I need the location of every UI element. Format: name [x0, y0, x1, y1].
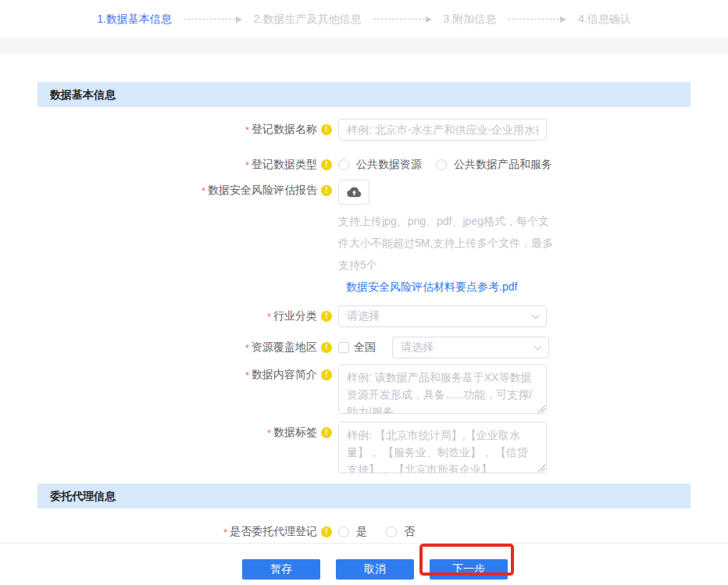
- upload-hint-text: 支持上传jpg、png、pdf、jpeg格式，每个文件大小不能超过5M,支持上传…: [338, 210, 554, 276]
- nationwide-checkbox[interactable]: [338, 342, 349, 353]
- region-label: 资源覆盖地区: [252, 341, 317, 355]
- field-control: 请选择: [338, 305, 547, 327]
- data-registration-page: 1.数据基本信息 2.数据生产及其他信息 3.附加信息 4.信息确认 数据基本信…: [0, 0, 728, 585]
- step-arrow-icon: [373, 16, 432, 23]
- region-control: 全国 请选择: [338, 337, 549, 358]
- required-mark: *: [267, 311, 271, 323]
- radio-label: 否: [404, 525, 415, 539]
- upload-button[interactable]: [338, 180, 369, 205]
- cloud-upload-icon: [347, 187, 362, 198]
- field-row-region: * 资源覆盖地区 ! 全国 请选择: [37, 337, 691, 358]
- info-icon[interactable]: !: [321, 124, 332, 135]
- resize-handle-icon[interactable]: [537, 464, 545, 472]
- required-mark: *: [245, 369, 249, 381]
- field-label-cell: * 是否委托代理登记 !: [37, 521, 332, 543]
- save-draft-button[interactable]: 暂存: [242, 559, 320, 580]
- footer-buttons: 暂存 取消 下一步: [22, 544, 728, 580]
- info-icon[interactable]: !: [321, 427, 332, 438]
- field-row-industry: * 行业分类 ! 请选择: [37, 305, 691, 327]
- info-icon[interactable]: !: [321, 185, 332, 196]
- radio-circle-icon[interactable]: [338, 526, 349, 537]
- basic-info-form: * 登记数据名称 ! * 登记数据类型 ! 公共数据资: [37, 107, 691, 473]
- region-select[interactable]: 请选择: [392, 337, 549, 358]
- field-label-cell: * 登记数据类型 !: [37, 154, 332, 176]
- select-placeholder: 请选择: [401, 341, 434, 355]
- agency-register-radio-group: 是 否: [338, 521, 415, 543]
- section-header-basic-info: 数据基本信息: [37, 82, 691, 107]
- step-arrow-icon: [508, 16, 566, 23]
- info-icon[interactable]: !: [321, 526, 332, 537]
- step-1-basic-info[interactable]: 1.数据基本信息: [97, 12, 172, 27]
- info-icon[interactable]: !: [321, 342, 332, 353]
- next-step-button[interactable]: 下一步: [430, 559, 508, 580]
- radio-circle-icon[interactable]: [338, 159, 349, 170]
- radio-public-data-product[interactable]: 公共数据产品和服务: [436, 158, 552, 172]
- footer-action-bar: 暂存 取消 下一步: [0, 543, 728, 585]
- chevron-down-icon: [534, 342, 542, 350]
- step-2-production-info[interactable]: 2.数据生产及其他信息: [254, 12, 362, 27]
- data-type-radio-group: 公共数据资源 公共数据产品和服务: [338, 154, 552, 176]
- radio-agency-yes[interactable]: 是: [338, 525, 367, 539]
- header-divider-band: [0, 38, 728, 53]
- field-control: [338, 422, 547, 473]
- field-row-risk-report: * 数据安全风险评估报告 ! 支持上传jpg、png、pdf、jpeg格式，每个…: [37, 180, 691, 298]
- select-placeholder: 请选择: [347, 309, 380, 323]
- summary-textarea[interactable]: [338, 364, 547, 414]
- section-header-agency-info: 委托代理信息: [37, 483, 691, 508]
- required-mark: *: [245, 159, 249, 171]
- cancel-button[interactable]: 取消: [336, 559, 414, 580]
- info-icon[interactable]: !: [321, 159, 332, 170]
- chevron-down-icon: [532, 311, 540, 319]
- field-control: [338, 119, 547, 141]
- field-control: 支持上传jpg、png、pdf、jpeg格式，每个文件大小不能超过5M,支持上传…: [338, 180, 554, 298]
- tags-label: 数据标签: [273, 426, 317, 440]
- field-row-data-type: * 登记数据类型 ! 公共数据资源 公共数据产品和服务: [37, 154, 691, 176]
- required-mark: *: [267, 427, 271, 439]
- risk-report-label: 数据安全风险评估报告: [208, 184, 317, 198]
- data-name-input[interactable]: [338, 119, 547, 141]
- step-3-additional-info[interactable]: 3.附加信息: [444, 12, 497, 27]
- resize-handle-icon[interactable]: [537, 405, 545, 412]
- data-name-label: 登记数据名称: [252, 123, 317, 137]
- field-label-cell: * 数据标签 !: [37, 422, 332, 444]
- step-4-confirm-info[interactable]: 4.信息确认: [578, 12, 631, 27]
- radio-agency-no[interactable]: 否: [386, 525, 415, 539]
- form-content: 数据基本信息 * 登记数据名称 ! * 登记数据类型 !: [37, 82, 691, 543]
- required-mark: *: [245, 342, 249, 354]
- next-button-wrapper: 下一步: [430, 559, 508, 580]
- data-type-label: 登记数据类型: [252, 158, 317, 172]
- step-arrow-icon: [184, 16, 242, 23]
- radio-circle-icon[interactable]: [386, 526, 397, 537]
- summary-label: 数据内容简介: [252, 368, 317, 382]
- field-label-cell: * 登记数据名称 !: [37, 119, 332, 141]
- radio-label: 是: [356, 525, 367, 539]
- required-mark: *: [223, 526, 227, 538]
- radio-label: 公共数据产品和服务: [454, 158, 552, 172]
- required-mark: *: [202, 185, 205, 197]
- field-row-data-name: * 登记数据名称 !: [37, 119, 691, 141]
- field-row-agency-register: * 是否委托代理登记 ! 是 否: [37, 521, 691, 543]
- radio-label: 公共数据资源: [356, 158, 422, 172]
- industry-select[interactable]: 请选择: [338, 305, 547, 327]
- field-label-cell: * 行业分类 !: [37, 305, 332, 327]
- field-row-summary: * 数据内容简介 !: [37, 364, 691, 414]
- info-icon[interactable]: !: [321, 311, 332, 322]
- step-wizard: 1.数据基本信息 2.数据生产及其他信息 3.附加信息 4.信息确认: [0, 0, 728, 38]
- nationwide-checkbox-label[interactable]: 全国: [354, 341, 376, 355]
- tags-textarea[interactable]: [338, 422, 547, 473]
- radio-circle-icon[interactable]: [436, 159, 447, 170]
- risk-report-reference-link[interactable]: 数据安全风险评估材料要点参考.pdf: [346, 276, 517, 298]
- info-icon[interactable]: !: [321, 369, 332, 380]
- field-label-cell: * 资源覆盖地区 !: [37, 337, 332, 358]
- field-label-cell: * 数据内容简介 !: [37, 364, 332, 386]
- agency-register-label: 是否委托代理登记: [230, 525, 317, 539]
- radio-public-data-resource[interactable]: 公共数据资源: [338, 158, 422, 172]
- required-mark: *: [245, 124, 249, 136]
- field-control: [338, 364, 547, 414]
- field-label-cell: * 数据安全风险评估报告 !: [37, 180, 332, 202]
- industry-label: 行业分类: [273, 309, 317, 323]
- field-row-tags: * 数据标签 !: [37, 422, 691, 473]
